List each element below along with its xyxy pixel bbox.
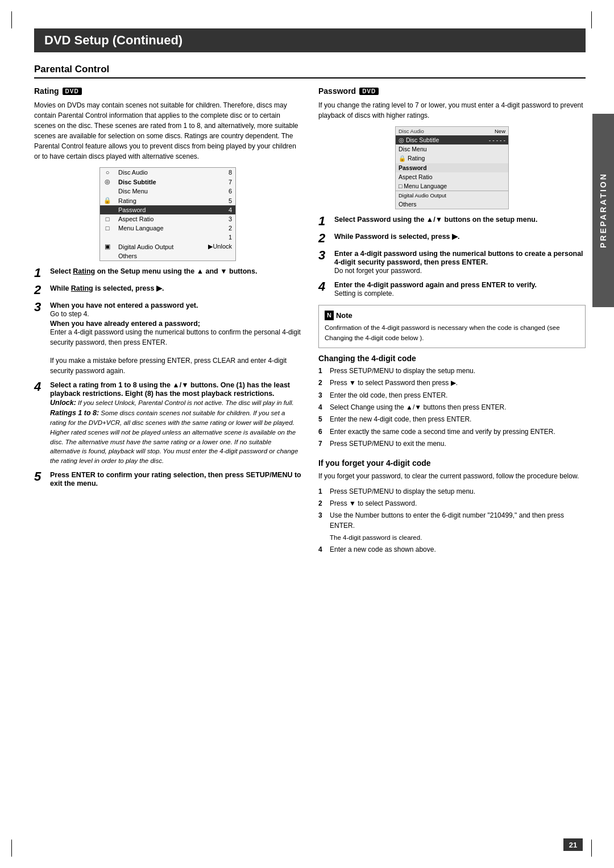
list-item: 2 Press ▼ to select Password then press …: [318, 378, 586, 388]
step-1: 1 Select Rating on the Setup menu using …: [34, 267, 301, 279]
left-column: Rating DVD Movies on DVDs may contain sc…: [34, 86, 301, 564]
list-item: 6 Enter exactly the same code a second t…: [318, 427, 586, 437]
menu-row: ▣ Digital Audio Output ▶Unlock: [100, 242, 235, 251]
password-step-3: 3 Enter a 4-digit password using the num…: [318, 249, 586, 276]
menu-row: ○ Disc Audio 8: [100, 168, 235, 177]
changing-code-list: 1 Press SETUP/MENU to display the setup …: [318, 366, 586, 449]
password-menu-box: Disc Audio New ◎ Disc Subtitle - - - - -…: [395, 126, 509, 209]
menu-row: 🔒 Rating 5: [100, 196, 235, 205]
step3-note: The 4-digit password is cleared.: [318, 533, 586, 543]
list-item: 1 Press SETUP/MENU to display the setup …: [318, 487, 586, 497]
list-item: 3 Enter the old code, then press ENTER.: [318, 391, 586, 400]
forget-code-intro: If you forget your password, to clear th…: [318, 471, 586, 481]
menu-row-selected: ◎ Disc Subtitle - - - - -: [396, 135, 508, 144]
menu-row: □ Menu Language: [396, 181, 508, 191]
right-column: Password DVD If you change the rating le…: [318, 86, 586, 564]
note-box: N Note Confirmation of the 4-digit passw…: [318, 305, 586, 348]
step-5: 5 Press ENTER to confirm your rating sel…: [34, 470, 301, 487]
password-step-4: 4 Enter the 4-digit password again and p…: [318, 280, 586, 299]
dvd-badge-rating: DVD: [63, 88, 82, 95]
rating-body-text: Movies on DVDs may contain scenes not su…: [34, 100, 301, 162]
password-intro-text: If you change the rating level to 7 or l…: [318, 100, 586, 121]
menu-row: 🔒 Rating: [396, 154, 508, 163]
menu-row: Disc Menu 6: [100, 187, 235, 196]
password-subheading: Password DVD: [318, 86, 586, 96]
forget-code-list: 1 Press SETUP/MENU to display the setup …: [318, 487, 586, 531]
menu-row: Disc Menu: [396, 144, 508, 154]
step-3: 3 When you have not entered a password y…: [34, 301, 301, 376]
step-4: 4 Select a rating from 1 to 8 using the …: [34, 381, 301, 466]
menu-row: □ Menu Language 2: [100, 224, 235, 233]
changing-code-heading: Changing the 4-digit code: [318, 354, 586, 363]
menu-row: ◎ Disc Subtitle 7: [100, 177, 235, 187]
page-title: DVD Setup (Continued): [34, 28, 586, 52]
forget-code-heading: If you forget your 4-digit code: [318, 458, 586, 468]
rating-menu-box: ○ Disc Audio 8 ◎ Disc Subtitle 7 Disc Me…: [99, 167, 236, 261]
menu-row-selected: Password 4: [100, 205, 235, 214]
menu-row: Others: [100, 251, 235, 261]
step-2: 2 While Rating is selected, press ▶.: [34, 284, 301, 296]
menu-row: Aspect Ratio: [396, 172, 508, 181]
list-item: 3 Use the Number buttons to enter the 6-…: [318, 511, 586, 531]
password-step-2: 2 While Password is selected, press ▶.: [318, 232, 586, 245]
list-item: 5 Enter the new 4-digit code, then press…: [318, 415, 586, 424]
forget-code-section: If you forget your 4-digit code If you f…: [318, 458, 586, 555]
page-number: 21: [563, 838, 583, 851]
list-item: 4 Enter a new code as shown above.: [318, 545, 586, 555]
list-item: 4 Select Change using the ▲/▼ buttons th…: [318, 403, 586, 412]
list-item: 2 Press ▼ to select Password.: [318, 499, 586, 509]
dvd-badge-password: DVD: [359, 88, 379, 95]
password-step-1: 1 Select Password using the ▲/▼ buttons …: [318, 215, 586, 228]
menu-row: Disc Audio New: [396, 127, 508, 135]
menu-row: Password: [396, 163, 508, 172]
menu-row: 1: [100, 233, 235, 242]
menu-row: Digital Audio Output: [396, 191, 508, 200]
changing-code-section: Changing the 4-digit code 1 Press SETUP/…: [318, 354, 586, 449]
parental-control-heading: Parental Control: [34, 64, 586, 78]
rating-subheading: Rating DVD: [34, 86, 301, 96]
menu-row: □ Aspect Ratio 3: [100, 214, 235, 224]
list-item: 7 Press SETUP/MENU to exit the menu.: [318, 439, 586, 449]
list-item: 1 Press SETUP/MENU to display the setup …: [318, 366, 586, 376]
menu-row: Others: [396, 200, 508, 209]
